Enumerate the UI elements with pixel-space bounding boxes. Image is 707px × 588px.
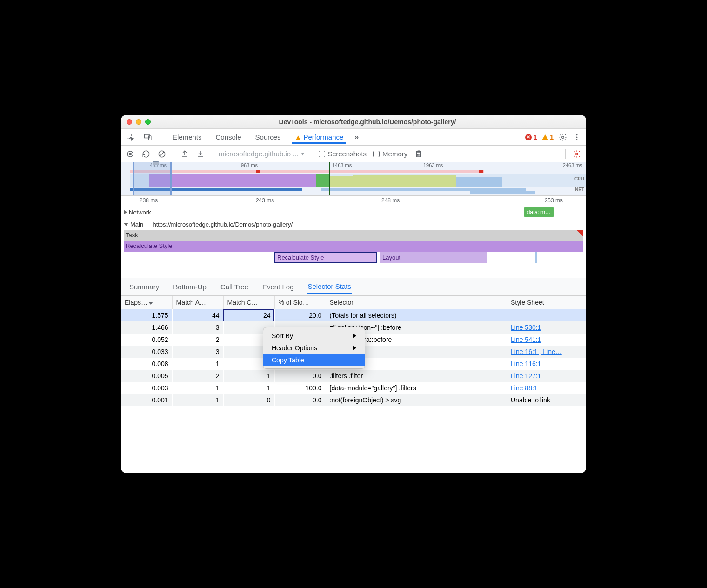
tab-performance[interactable]: ▲Performance xyxy=(292,130,347,144)
cell-elapsed[interactable]: 0.005 xyxy=(121,370,172,382)
upload-icon[interactable] xyxy=(180,149,189,159)
tab-summary[interactable]: Summary xyxy=(128,280,160,294)
cell-elapsed[interactable]: 0.033 xyxy=(121,346,172,358)
cell-pct-slow[interactable]: 0.0 xyxy=(274,394,326,406)
stylesheet-link[interactable]: Line 16:1 , Line… xyxy=(511,348,562,355)
table-row[interactable]: 0.001100.0:not(foreignObject) > svgUnabl… xyxy=(121,394,586,406)
cell-match-count[interactable]: 0 xyxy=(223,394,274,406)
cell-match-attempts[interactable]: 2 xyxy=(172,334,223,346)
cell-match-attempts[interactable]: 44 xyxy=(172,309,223,322)
table-row[interactable]: 1.575442420.0(Totals for all selectors) xyxy=(121,309,586,322)
timeline-overview[interactable]: 463 ms 963 ms 1463 ms 1963 ms 2463 ms CP… xyxy=(121,162,586,196)
garbage-collect-icon[interactable] xyxy=(414,149,423,159)
recalculate-style-bar-selected[interactable]: Recalculate Style xyxy=(274,252,377,263)
col-match-attempts[interactable]: Match A… xyxy=(172,296,223,309)
tab-selector-stats[interactable]: Selector Stats xyxy=(307,280,352,294)
download-icon[interactable] xyxy=(196,149,205,159)
cell-pct-slow[interactable]: 20.0 xyxy=(274,309,326,322)
layout-bar[interactable]: Layout xyxy=(380,252,487,263)
warning-badge[interactable]: 1 xyxy=(542,133,554,141)
menu-sort-by[interactable]: Sort By xyxy=(263,330,365,342)
table-row[interactable]: 0.00311100.0[data-module="gallery"] .fil… xyxy=(121,382,586,394)
viewport-handle[interactable] xyxy=(133,162,172,195)
cell-elapsed[interactable]: 0.052 xyxy=(121,334,172,346)
network-row[interactable]: Network data:im… xyxy=(121,206,586,218)
cell-stylesheet[interactable]: Unable to link xyxy=(507,394,586,406)
kebab-icon[interactable] xyxy=(572,133,581,142)
device-icon[interactable] xyxy=(143,133,153,142)
main-thread-row[interactable]: Main — https://microsoftedge.github.io/D… xyxy=(121,218,586,230)
reload-icon[interactable] xyxy=(141,149,151,159)
error-badge[interactable]: ✕1 xyxy=(525,133,537,141)
cell-match-count[interactable]: 24 xyxy=(223,309,274,322)
cell-elapsed[interactable]: 1.575 xyxy=(121,309,172,322)
more-tabs-icon[interactable]: » xyxy=(354,133,358,141)
settings-icon[interactable] xyxy=(558,133,567,142)
cell-match-attempts[interactable]: 1 xyxy=(172,382,223,394)
tab-bottom-up[interactable]: Bottom-Up xyxy=(172,280,207,294)
col-selector[interactable]: Selector xyxy=(326,296,507,309)
cell-stylesheet[interactable]: Line 530:1 xyxy=(507,321,586,334)
cell-elapsed[interactable]: 1.466 xyxy=(121,321,172,334)
stylesheet-link[interactable]: Line 541:1 xyxy=(511,336,541,343)
tab-elements[interactable]: Elements xyxy=(170,130,205,144)
selector-stats-table: Elaps… Match A… Match C… % of Slo… Selec… xyxy=(121,296,586,473)
close-button[interactable] xyxy=(127,119,132,125)
playhead[interactable] xyxy=(329,162,330,195)
stylesheet-link[interactable]: Line 116:1 xyxy=(511,360,541,368)
menu-header-options[interactable]: Header Options xyxy=(263,342,365,354)
screenshots-checkbox[interactable]: Screenshots xyxy=(319,150,367,158)
capture-settings-icon[interactable] xyxy=(572,149,581,159)
minimize-button[interactable] xyxy=(136,119,141,125)
recalculate-style-bar[interactable]: Recalculate Style xyxy=(124,241,583,252)
tab-call-tree[interactable]: Call Tree xyxy=(220,280,249,294)
task-bar[interactable]: Task xyxy=(124,230,583,241)
cell-pct-slow[interactable]: 0.0 xyxy=(274,370,326,382)
tab-console[interactable]: Console xyxy=(213,130,244,144)
tab-sources[interactable]: Sources xyxy=(253,130,284,144)
cell-stylesheet[interactable] xyxy=(507,309,586,322)
stylesheet-link[interactable]: Line 88:1 xyxy=(511,384,538,392)
record-icon[interactable] xyxy=(126,149,135,159)
cell-stylesheet[interactable]: Line 16:1 , Line… xyxy=(507,346,586,358)
inspect-icon[interactable] xyxy=(126,133,135,142)
col-stylesheet[interactable]: Style Sheet xyxy=(507,296,586,309)
col-match-count[interactable]: Match C… xyxy=(223,296,274,309)
network-item[interactable]: data:im… xyxy=(524,207,554,217)
stylesheet-link[interactable]: Line 127:1 xyxy=(511,372,541,380)
clear-icon[interactable] xyxy=(157,149,167,159)
memory-checkbox[interactable]: Memory xyxy=(373,150,407,158)
cell-match-attempts[interactable]: 1 xyxy=(172,394,223,406)
cell-stylesheet[interactable]: Line 88:1 xyxy=(507,382,586,394)
cell-elapsed[interactable]: 0.001 xyxy=(121,394,172,406)
flame-chart[interactable]: Network data:im… Main — https://microsof… xyxy=(121,206,586,278)
cell-selector[interactable]: .filters .filter xyxy=(326,370,507,382)
cell-stylesheet[interactable]: Line 116:1 xyxy=(507,358,586,370)
tick: 1463 ms xyxy=(332,162,352,168)
cell-stylesheet[interactable]: Line 127:1 xyxy=(507,370,586,382)
cell-stylesheet[interactable]: Line 541:1 xyxy=(507,334,586,346)
cell-match-attempts[interactable]: 3 xyxy=(172,346,223,358)
menu-copy-table[interactable]: Copy Table xyxy=(263,354,365,366)
tab-event-log[interactable]: Event Log xyxy=(261,280,295,294)
cell-selector[interactable]: [data-module="gallery"] .filters xyxy=(326,382,507,394)
cell-selector[interactable]: (Totals for all selectors) xyxy=(326,309,507,322)
collapse-icon[interactable] xyxy=(124,223,128,226)
cell-match-attempts[interactable]: 2 xyxy=(172,370,223,382)
cell-match-count[interactable]: 1 xyxy=(223,370,274,382)
cell-pct-slow[interactable]: 100.0 xyxy=(274,382,326,394)
col-pct-slow[interactable]: % of Slo… xyxy=(274,296,326,309)
profile-dropdown[interactable]: microsoftedge.github.io ...▼ xyxy=(219,150,305,158)
maximize-button[interactable] xyxy=(145,119,151,125)
cell-match-attempts[interactable]: 3 xyxy=(172,321,223,334)
table-row[interactable]: 0.005210.0.filters .filterLine 127:1 xyxy=(121,370,586,382)
expand-icon[interactable] xyxy=(124,210,127,214)
cell-elapsed[interactable]: 0.003 xyxy=(121,382,172,394)
cell-selector[interactable]: :not(foreignObject) > svg xyxy=(326,394,507,406)
stylesheet-link[interactable]: Line 530:1 xyxy=(511,324,541,331)
cell-match-attempts[interactable]: 1 xyxy=(172,358,223,370)
svg-point-5 xyxy=(576,136,578,138)
cell-match-count[interactable]: 1 xyxy=(223,382,274,394)
cell-elapsed[interactable]: 0.008 xyxy=(121,358,172,370)
col-elapsed[interactable]: Elaps… xyxy=(121,296,172,309)
